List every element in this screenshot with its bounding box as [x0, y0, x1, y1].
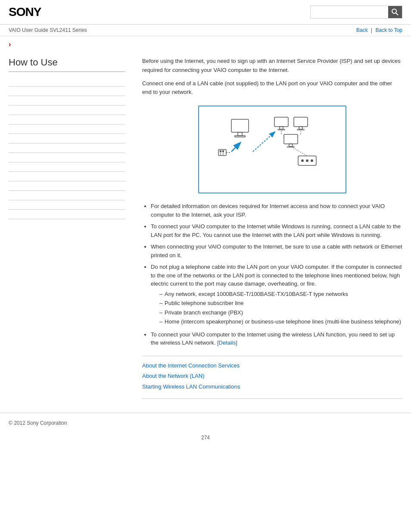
sub-bullet-3: Private branch exchange (PBX)	[159, 308, 402, 317]
svg-line-29	[253, 132, 274, 152]
sidebar: How to Use	[9, 53, 134, 404]
svg-line-1	[396, 13, 398, 15]
footer-bottom-line	[142, 398, 402, 404]
list-item[interactable]	[9, 96, 125, 106]
svg-rect-14	[280, 127, 283, 129]
sub-bullet-list: Any network, except 1000BASE-T/100BASE-T…	[159, 290, 402, 326]
network-diagram	[208, 111, 337, 188]
diagram-container	[142, 106, 402, 193]
list-item[interactable]	[9, 115, 125, 124]
wireless-bullet-list: To connect your VAIO computer to the Int…	[151, 330, 402, 347]
header: SONY	[0, 0, 411, 25]
svg-point-0	[392, 9, 396, 13]
details-link[interactable]: [Details]	[217, 339, 237, 346]
svg-rect-6	[220, 150, 221, 152]
list-item[interactable]	[9, 210, 125, 219]
list-item[interactable]	[9, 106, 125, 115]
bullet-item-2: To connect your VAIO computer to the Int…	[151, 222, 402, 239]
svg-rect-20	[289, 144, 293, 146]
svg-rect-19	[284, 134, 298, 144]
svg-point-23	[301, 159, 304, 162]
sony-logo: SONY	[9, 5, 41, 19]
copyright: © 2012 Sony Corporation	[9, 420, 67, 426]
breadcrumb-arrow: ›	[0, 36, 411, 53]
list-item[interactable]	[9, 162, 125, 172]
list-item[interactable]	[9, 200, 125, 210]
footer-link-internet-connection[interactable]: About the Internet Connection Services	[142, 361, 402, 370]
list-item[interactable]	[9, 172, 125, 181]
sub-bullet-1: Any network, except 1000BASE-T/100BASE-T…	[159, 290, 402, 299]
nav-bar: VAIO User Guide SVL2411 Series Back | Ba…	[0, 25, 411, 36]
svg-rect-15	[278, 129, 285, 130]
svg-point-25	[311, 159, 313, 162]
back-to-top-link[interactable]: Back to Top	[376, 27, 402, 33]
sidebar-title: How to Use	[9, 57, 125, 72]
footer-link-wireless-lan[interactable]: Starting Wireless LAN Communications	[142, 383, 402, 392]
nav-separator: |	[371, 27, 372, 33]
svg-rect-17	[299, 127, 302, 129]
bullet-list: For detailed information on devices requ…	[151, 202, 402, 326]
svg-rect-13	[274, 117, 288, 127]
content-area: Before using the Internet, you need to s…	[134, 53, 402, 404]
list-item[interactable]	[9, 87, 125, 96]
sub-bullet-2: Public telephone subscriber line	[159, 299, 402, 308]
svg-point-24	[306, 159, 308, 162]
search-input[interactable]	[311, 6, 388, 18]
list-item[interactable]	[9, 143, 125, 153]
main-layout: How to Use Before using the Internet, yo…	[0, 53, 411, 404]
svg-line-10	[231, 143, 240, 152]
bullet-item-1: For detailed information on devices requ…	[151, 202, 402, 219]
search-button[interactable]	[388, 6, 402, 18]
list-item[interactable]	[9, 181, 125, 191]
wireless-bullet-item: To connect your VAIO computer to the Int…	[151, 330, 402, 347]
nav-links: Back | Back to Top	[356, 27, 402, 33]
list-item[interactable]	[9, 191, 125, 200]
search-box	[310, 6, 402, 19]
footer-link-network-lan[interactable]: About the Network (LAN)	[142, 372, 402, 381]
svg-rect-16	[294, 117, 308, 127]
svg-rect-18	[297, 129, 304, 130]
search-icon	[392, 9, 399, 16]
footer-links-section: About the Internet Connection Services A…	[142, 356, 402, 392]
page-number: 274	[0, 426, 411, 449]
svg-rect-2	[231, 119, 249, 132]
diagram-box	[198, 106, 346, 193]
bullet-item-3: When connecting your VAIO computer to th…	[151, 243, 402, 259]
guide-title: VAIO User Guide SVL2411 Series	[9, 27, 87, 33]
bullet-item-4: Do not plug a telephone cable into the L…	[151, 263, 402, 326]
sub-bullet-4: Home (intercom speakerphone) or business…	[159, 317, 402, 326]
intro-paragraph-2: Connect one end of a LAN cable (not supp…	[142, 79, 402, 97]
svg-rect-7	[222, 150, 224, 152]
list-item[interactable]	[9, 134, 125, 143]
back-link[interactable]: Back	[356, 27, 368, 33]
list-item[interactable]	[9, 77, 125, 87]
svg-rect-3	[238, 132, 242, 136]
svg-line-28	[291, 146, 307, 156]
intro-paragraph-1: Before using the Internet, you need to s…	[142, 57, 402, 75]
list-item[interactable]	[9, 153, 125, 162]
svg-rect-4	[235, 136, 245, 137]
list-item[interactable]	[9, 124, 125, 134]
